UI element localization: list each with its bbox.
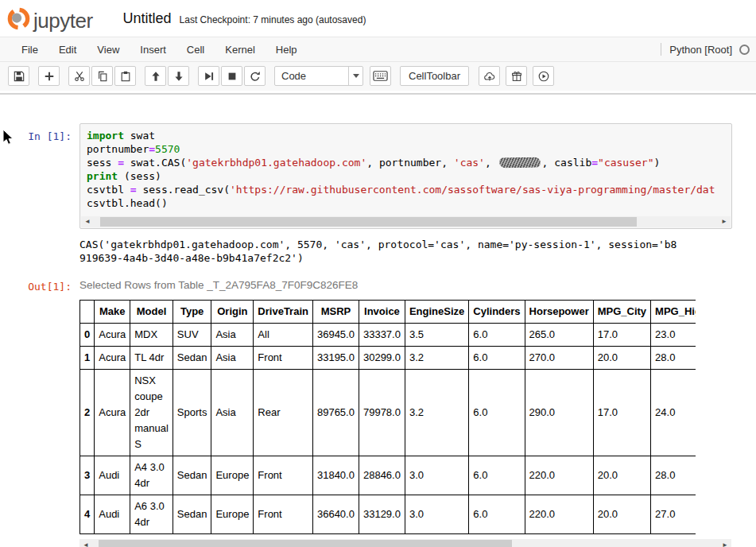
- table-cell: Rear: [254, 370, 313, 456]
- table-cell: 20.0: [593, 495, 650, 534]
- scroll-left-icon[interactable]: ◄: [79, 539, 92, 547]
- scroll-left-icon[interactable]: ◄: [81, 216, 94, 227]
- run-cell-button[interactable]: [198, 66, 219, 86]
- toolbar-button-group: [145, 66, 191, 86]
- celltoolbar-button[interactable]: CellToolbar: [400, 66, 469, 86]
- menu-insert[interactable]: Insert: [130, 39, 176, 60]
- result-table-title: Selected Rows from Table _T_2A795FA8_7F0…: [79, 278, 731, 291]
- scrollbar-thumb[interactable]: [100, 217, 637, 227]
- interrupt-kernel-icon: [227, 71, 238, 82]
- insert-cell-below-button[interactable]: [38, 66, 60, 86]
- table-cell: 89765.0: [312, 370, 359, 456]
- cell-type-dropdown[interactable]: Code: [274, 66, 363, 86]
- table-cell: 33195.0: [312, 347, 359, 370]
- table-cell: 3.0: [405, 495, 468, 534]
- code-cell-input[interactable]: import swatportnumber=5570sess = swat.CA…: [79, 123, 732, 229]
- code-token: portnumber: [87, 143, 149, 155]
- table-cell: A6 3.0 4dr: [130, 495, 173, 534]
- table-cell: 36945.0: [312, 324, 359, 347]
- redacted-password: [498, 157, 540, 169]
- cut-cells-button[interactable]: [68, 66, 90, 86]
- table-cell: Asia: [211, 324, 254, 347]
- restart-kernel-button[interactable]: [244, 66, 266, 86]
- column-header: Type: [173, 301, 211, 324]
- code-hscrollbar[interactable]: ◄ ►: [81, 216, 731, 227]
- table-row: 4AudiA6 3.0 4drSedanEuropeFront36640.033…: [80, 495, 696, 534]
- table-cell: 20.0: [593, 347, 650, 370]
- code-line: sess = swat.CAS('gatekrbhdp01.gatehadoop…: [87, 156, 725, 169]
- table-cell: 290.0: [525, 370, 593, 456]
- code-token: , portnumber,: [366, 157, 454, 169]
- cloud-upload-button[interactable]: [479, 66, 500, 86]
- cut-cells-icon: [74, 71, 85, 82]
- table-cell: 30299.0: [359, 347, 405, 370]
- scroll-right-icon[interactable]: ►: [718, 216, 731, 227]
- table-cell: Acura: [95, 370, 130, 456]
- code-token: 'cas': [454, 157, 485, 169]
- table-cell: Asia: [211, 347, 254, 370]
- toolbar-button-group: [8, 66, 31, 86]
- menu-edit[interactable]: Edit: [48, 39, 87, 60]
- code-editor[interactable]: import swatportnumber=5570sess = swat.CA…: [80, 124, 731, 211]
- column-header: Horsepower: [525, 301, 593, 324]
- table-cell: Europe: [211, 495, 254, 534]
- notebook-header: jupyter Untitled Last Checkpoint: 7 minu…: [0, 0, 756, 37]
- table-cell: 20.0: [593, 456, 650, 495]
- copy-cells-button[interactable]: [91, 66, 113, 86]
- column-header: MPG_City: [593, 301, 650, 324]
- code-token: =: [118, 157, 124, 169]
- code-token: 'gatekrbhdp01.gatehadoop.com': [186, 157, 366, 169]
- code-token: csvtbl: [87, 184, 130, 196]
- table-cell: 17.0: [593, 324, 650, 347]
- paste-cells-button[interactable]: [114, 66, 136, 86]
- table-cell: 6.0: [469, 495, 525, 534]
- move-cell-up-button[interactable]: [145, 66, 166, 86]
- run-cell-icon: [204, 71, 215, 82]
- menu-view[interactable]: View: [87, 39, 130, 60]
- toolbar-button-group: [198, 66, 267, 86]
- code-line: portnumber=5570: [87, 142, 725, 156]
- table-cell: SUV: [173, 324, 211, 347]
- scrollbar-track[interactable]: [92, 539, 719, 547]
- table-cell: Audi: [95, 456, 130, 495]
- code-token: sess: [87, 157, 118, 169]
- code-token: ): [654, 157, 661, 169]
- notebook-area: In [1]: import swatportnumber=5570sess =…: [0, 95, 756, 547]
- table-cell: TL 4dr: [130, 347, 173, 370]
- restart-kernel-icon: [250, 71, 261, 82]
- code-token: "casuser": [598, 157, 653, 169]
- jupyter-logo[interactable]: jupyter: [6, 6, 93, 31]
- table-cell: 3.2: [405, 347, 468, 370]
- menu-cell[interactable]: Cell: [176, 39, 215, 60]
- column-header: EngineSize: [405, 301, 468, 324]
- interrupt-kernel-button[interactable]: [221, 66, 242, 86]
- scrollbar-track[interactable]: [94, 216, 718, 227]
- table-cell: 3.5: [405, 324, 468, 347]
- column-header: MSRP: [312, 301, 359, 324]
- code-token: ,: [485, 157, 498, 169]
- menu-help[interactable]: Help: [266, 39, 308, 60]
- column-header: [80, 301, 95, 324]
- column-header: Model: [130, 301, 173, 324]
- save-notebook-button[interactable]: [8, 66, 29, 86]
- checkpoint-status: Last Checkpoint: 7 minutes ago (autosave…: [180, 14, 366, 25]
- code-cell: In [1]: import swatportnumber=5570sess =…: [0, 123, 756, 229]
- menu-kernel[interactable]: Kernel: [215, 39, 266, 60]
- table-cell: 220.0: [525, 456, 593, 495]
- table-cell: 6.0: [469, 456, 525, 495]
- cloud-upload-icon: [484, 71, 495, 82]
- move-cell-down-button[interactable]: [168, 66, 189, 86]
- jupyter-logo-icon: [6, 6, 31, 31]
- menu-file[interactable]: File: [11, 39, 48, 60]
- output-hscrollbar[interactable]: ◄ ►: [79, 539, 731, 547]
- jupyter-logo-text: jupyter: [33, 10, 93, 31]
- gift-button[interactable]: [506, 66, 527, 86]
- play-circle-button[interactable]: [533, 66, 554, 86]
- keyboard-shortcuts-button[interactable]: [370, 66, 391, 86]
- notebook-title[interactable]: Untitled: [123, 10, 172, 27]
- table-row: 0AcuraMDXSUVAsiaAll36945.033337.03.56.02…: [80, 324, 696, 347]
- scroll-right-icon[interactable]: ►: [719, 539, 731, 547]
- table-cell: 24.0: [651, 370, 696, 456]
- scrollbar-thumb[interactable]: [99, 540, 512, 547]
- row-index: 2: [80, 370, 95, 456]
